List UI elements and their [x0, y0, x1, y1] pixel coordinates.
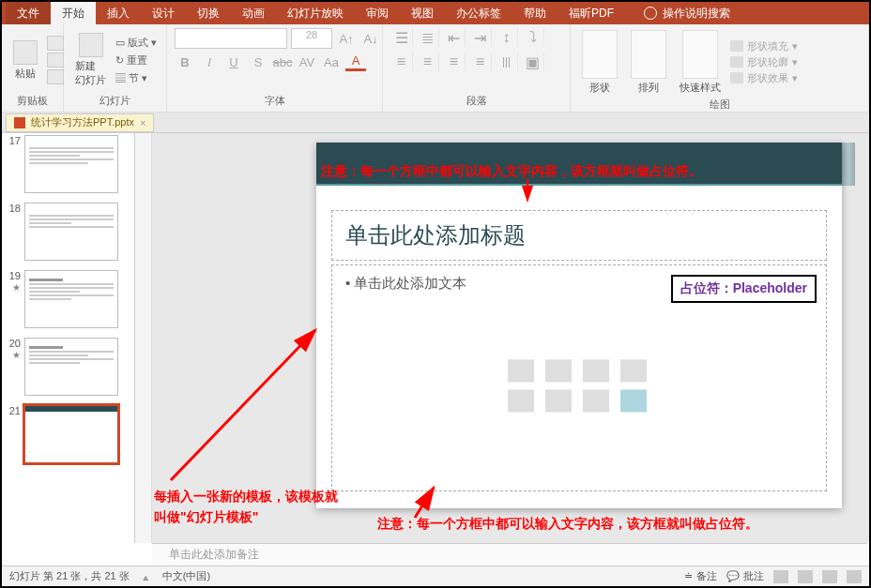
status-bar: 幻灯片 第 21 张，共 21 张 ⟁ 中文(中国) ≐ 备注 💬 批注	[2, 565, 869, 586]
align-right-button[interactable]: ≡	[443, 53, 466, 71]
menu-animation[interactable]: 动画	[231, 2, 276, 24]
paragraph-label: 段落	[390, 92, 562, 108]
thumbnail-17[interactable]	[24, 135, 118, 193]
picture-icon[interactable]	[508, 389, 534, 412]
copy-button[interactable]	[47, 53, 64, 68]
table-icon[interactable]	[508, 359, 534, 382]
font-size-select[interactable]: 28	[291, 28, 332, 49]
menu-slideshow[interactable]: 幻灯片放映	[276, 2, 355, 24]
menu-file[interactable]: 文件	[6, 2, 51, 24]
chart-icon[interactable]	[545, 359, 572, 382]
content-placeholder[interactable]: • 单击此处添加文本 占位符：Placeholder	[331, 264, 827, 491]
video-icon[interactable]	[583, 389, 609, 412]
reading-view-button[interactable]	[822, 570, 837, 583]
menu-help[interactable]: 帮助	[512, 2, 558, 24]
smartart-button[interactable]: ▣	[522, 53, 544, 71]
shapes-button[interactable]: 形状	[578, 28, 621, 97]
icon-icon[interactable]	[620, 389, 647, 412]
menu-search[interactable]: 操作说明搜索	[644, 6, 730, 22]
annotation-bottom: 注意：每一个方框中都可以输入文字内容，该方框就叫做占位符。	[377, 516, 758, 533]
font-label: 字体	[175, 92, 374, 108]
annotation-top: 注意：每一个方框中都可以输入文字内容，该方框就叫做占位符。	[321, 163, 702, 180]
justify-button[interactable]: ≡	[469, 53, 492, 71]
accessibility-icon[interactable]: ⟁	[143, 571, 149, 582]
online-picture-icon[interactable]	[545, 389, 572, 412]
notes-pane[interactable]: 单击此处添加备注	[152, 543, 867, 565]
font-family-select[interactable]	[175, 28, 287, 49]
sorter-view-button[interactable]	[798, 570, 813, 583]
thumbnail-18[interactable]	[24, 203, 118, 261]
underline-button[interactable]: U	[223, 53, 244, 71]
powerpoint-icon	[14, 117, 25, 128]
quick-styles-button[interactable]: 快速样式	[676, 28, 725, 97]
font-color-button[interactable]: A	[345, 53, 366, 71]
align-left-button[interactable]: ≡	[390, 53, 413, 71]
document-tab[interactable]: 统计学习方法PPT.pptx ×	[6, 113, 154, 132]
vertical-ruler	[135, 133, 152, 543]
annotation-template: 每插入一张新的模板，该模板就叫做"幻灯片模板"	[154, 486, 342, 528]
case-button[interactable]: Aa	[321, 53, 342, 71]
italic-button[interactable]: I	[199, 53, 220, 71]
3d-icon[interactable]	[620, 359, 647, 382]
increase-font-button[interactable]: A↑	[336, 29, 357, 48]
bullets-button[interactable]: ☰	[390, 28, 413, 47]
decrease-font-button[interactable]: A↓	[360, 29, 381, 48]
slideshow-view-button[interactable]	[847, 570, 862, 583]
thumbnail-19[interactable]	[24, 270, 118, 328]
shadow-button[interactable]: S	[248, 53, 268, 71]
section-button[interactable]: ▤ 节 ▾	[115, 71, 157, 85]
menu-foxit[interactable]: 福昕PDF	[558, 2, 625, 24]
menu-design[interactable]: 设计	[141, 2, 186, 24]
clipboard-icon	[13, 40, 38, 65]
menu-review[interactable]: 审阅	[355, 2, 400, 24]
smartart-icon[interactable]	[583, 359, 609, 382]
close-tab-button[interactable]: ×	[140, 117, 145, 128]
viewport: 17 18 19★ 20★ 21 单击此处添加标题 • 单击此处添加文本 占位符…	[2, 133, 869, 543]
thumbnail-20[interactable]	[24, 338, 118, 396]
thumbnail-21[interactable]	[24, 405, 118, 463]
new-slide-button[interactable]: 新建 幻灯片	[71, 31, 110, 89]
shape-fill-button[interactable]: 形状填充 ▾	[730, 39, 798, 53]
normal-view-button[interactable]	[773, 570, 788, 583]
menu-office[interactable]: 办公标签	[445, 2, 512, 24]
notes-button[interactable]: ≐ 备注	[684, 569, 717, 583]
columns-button[interactable]: ⫼	[496, 53, 518, 71]
spacing-button[interactable]: AV	[297, 53, 317, 71]
cut-button[interactable]	[47, 36, 64, 51]
line-spacing-button[interactable]: ↕	[496, 28, 518, 47]
clipboard-label: 剪贴板	[9, 92, 55, 108]
menu-transition[interactable]: 切换	[186, 2, 231, 24]
shape-outline-button[interactable]: 形状轮廓 ▾	[730, 55, 798, 69]
menu-home[interactable]: 开始	[51, 2, 96, 24]
svg-line-1	[171, 330, 315, 480]
new-slide-icon	[79, 33, 103, 57]
layout-button[interactable]: ▭ 版式 ▾	[115, 36, 157, 50]
placeholder-label: 占位符：Placeholder	[671, 275, 817, 303]
thumbnail-panel[interactable]: 17 18 19★ 20★ 21	[2, 133, 135, 543]
format-painter-button[interactable]	[47, 69, 64, 84]
indent-dec-button[interactable]: ⇤	[443, 28, 466, 47]
content-insert-icons	[508, 359, 650, 412]
slide[interactable]: 单击此处添加标题 • 单击此处添加文本 占位符：Placeholder	[316, 143, 842, 508]
slides-label: 幻灯片	[71, 92, 159, 108]
arrange-button[interactable]: 排列	[627, 28, 670, 97]
text-direction-button[interactable]: ⤵	[522, 28, 544, 47]
paste-button[interactable]: 粘贴	[9, 38, 41, 83]
language-indicator[interactable]: 中文(中国)	[162, 569, 210, 583]
title-placeholder[interactable]: 单击此处添加标题	[331, 210, 827, 261]
shape-effect-button[interactable]: 形状效果 ▾	[730, 71, 798, 85]
strike-button[interactable]: abc	[272, 53, 293, 71]
menu-view[interactable]: 视图	[400, 2, 445, 24]
bold-button[interactable]: B	[175, 53, 195, 71]
indent-inc-button[interactable]: ⇥	[469, 28, 492, 47]
numbering-button[interactable]: ≣	[417, 28, 439, 47]
comments-button[interactable]: 💬 批注	[726, 569, 764, 583]
menu-bar: 文件 开始 插入 设计 切换 动画 幻灯片放映 审阅 视图 办公标签 帮助 福昕…	[2, 2, 869, 24]
document-tab-bar: 统计学习方法PPT.pptx ×	[2, 113, 869, 133]
slide-canvas[interactable]: 单击此处添加标题 • 单击此处添加文本 占位符：Placeholder 注意：每…	[152, 133, 869, 543]
slide-counter: 幻灯片 第 21 张，共 21 张	[9, 569, 130, 583]
reset-button[interactable]: ↻ 重置	[115, 53, 157, 68]
align-center-button[interactable]: ≡	[417, 53, 439, 71]
menu-insert[interactable]: 插入	[96, 2, 141, 24]
drawing-label: 绘图	[578, 96, 861, 112]
